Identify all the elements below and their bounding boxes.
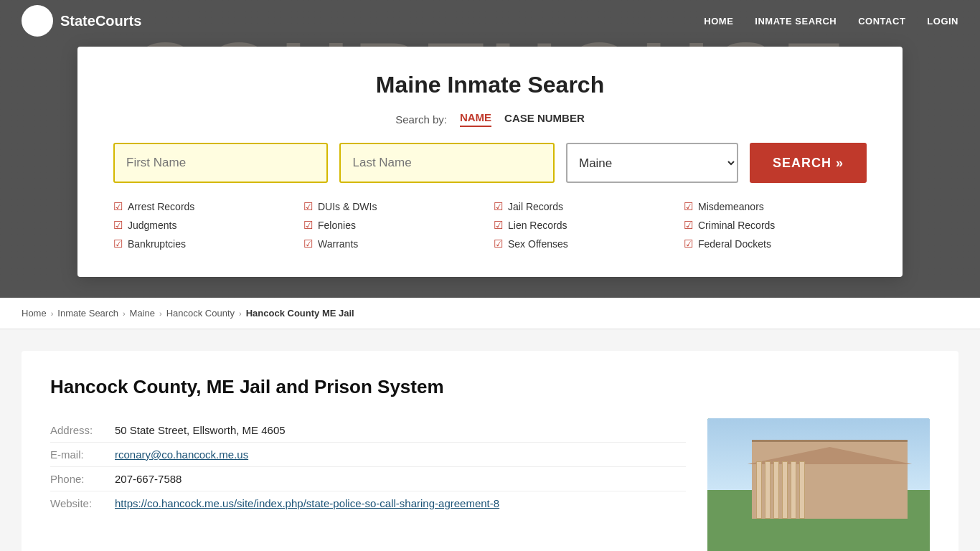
state-select[interactable]: Maine Alabama Alaska Arizona Arkansas Ca…: [566, 143, 738, 183]
first-name-input[interactable]: [113, 143, 328, 183]
breadcrumb-separator: ›: [239, 309, 242, 318]
check-icon: ☑: [684, 200, 693, 213]
modal-title: Maine Inmate Search: [113, 72, 867, 98]
tab-name[interactable]: NAME: [460, 111, 491, 127]
breadcrumb-separator: ›: [51, 309, 54, 318]
check-icon: ☑: [303, 219, 313, 232]
feature-label: Bankruptcies: [128, 238, 186, 250]
feature-item: ☑Sex Offenses: [494, 236, 677, 252]
check-icon: ☑: [113, 200, 123, 213]
content-area: Hancock County, ME Jail and Prison Syste…: [0, 329, 980, 551]
breadcrumb-current: Hancock County ME Jail: [246, 308, 354, 319]
jail-column: [756, 461, 762, 519]
info-label: E-mail:: [50, 443, 115, 467]
feature-item: ☑Lien Records: [494, 217, 677, 233]
breadcrumb-link[interactable]: Maine: [130, 308, 155, 319]
search-button[interactable]: SEARCH »: [750, 143, 867, 183]
info-value: https://co.hancock.me.us/site/index.php/…: [115, 491, 686, 516]
jail-column: [782, 461, 788, 519]
feature-item: ☑Arrest Records: [113, 199, 296, 215]
navbar: 🏛 StateCourts HOME INMATE SEARCH CONTACT…: [0, 0, 980, 42]
content-right: [707, 418, 930, 551]
feature-label: Misdemeanors: [698, 201, 764, 212]
search-inputs-row: Maine Alabama Alaska Arizona Arkansas Ca…: [113, 143, 867, 183]
search-by-label: Search by:: [395, 113, 447, 126]
info-value: rconary@co.hancock.me.us: [115, 443, 686, 467]
feature-item: ☑Felonies: [303, 217, 486, 233]
nav-inmate-search[interactable]: INMATE SEARCH: [755, 16, 837, 27]
breadcrumb-separator: ›: [159, 309, 162, 318]
info-row: Phone:207-667-7588: [50, 467, 686, 491]
feature-label: Felonies: [318, 220, 356, 231]
check-icon: ☑: [494, 219, 503, 232]
search-by-row: Search by: NAME CASE NUMBER: [113, 111, 867, 127]
check-icon: ☑: [494, 237, 503, 250]
breadcrumb: Home›Inmate Search›Maine›Hancock County›…: [0, 298, 980, 329]
check-icon: ☑: [494, 200, 503, 213]
feature-label: DUIs & DWIs: [318, 201, 377, 212]
check-icon: ☑: [303, 237, 313, 250]
breadcrumb-separator: ›: [123, 309, 126, 318]
nav-contact[interactable]: CONTACT: [858, 16, 905, 27]
jail-column: [799, 461, 805, 519]
search-modal: Maine Inmate Search Search by: NAME CASE…: [77, 47, 903, 277]
content-card: Hancock County, ME Jail and Prison Syste…: [22, 351, 958, 551]
info-link[interactable]: https://co.hancock.me.us/site/index.php/…: [115, 497, 499, 509]
feature-label: Warrants: [318, 238, 358, 250]
nav-home[interactable]: HOME: [704, 16, 733, 27]
feature-item: ☑Federal Dockets: [684, 236, 867, 252]
feature-item: ☑Jail Records: [494, 199, 677, 215]
info-row: Address:50 State Street, Ellsworth, ME 4…: [50, 418, 686, 443]
breadcrumb-link[interactable]: Home: [22, 308, 47, 319]
feature-label: Lien Records: [508, 220, 567, 231]
last-name-input[interactable]: [339, 143, 554, 183]
feature-label: Criminal Records: [698, 220, 775, 231]
feature-item: ☑DUIs & DWIs: [303, 199, 486, 215]
feature-label: Federal Dockets: [698, 238, 771, 250]
jail-image: [707, 418, 930, 551]
info-value: 207-667-7588: [115, 467, 686, 491]
breadcrumb-link[interactable]: Hancock County: [166, 308, 235, 319]
info-label: Website:: [50, 491, 115, 516]
feature-label: Jail Records: [508, 201, 563, 212]
breadcrumb-link[interactable]: Inmate Search: [57, 308, 118, 319]
feature-item: ☑Misdemeanors: [684, 199, 867, 215]
check-icon: ☑: [684, 219, 693, 232]
nav-login[interactable]: LOGIN: [927, 16, 958, 27]
content-title: Hancock County, ME Jail and Prison Syste…: [50, 376, 930, 398]
feature-item: ☑Bankruptcies: [113, 236, 296, 252]
info-value: 50 State Street, Ellsworth, ME 4605: [115, 418, 686, 443]
content-left: Address:50 State Street, Ellsworth, ME 4…: [50, 418, 686, 551]
feature-label: Arrest Records: [128, 201, 194, 212]
hero-section: COURTHOUSE 🏛 StateCourts HOME INMATE SEA…: [0, 0, 980, 298]
check-icon: ☑: [303, 200, 313, 213]
check-icon: ☑: [113, 237, 123, 250]
jail-column: [791, 461, 796, 519]
feature-label: Sex Offenses: [508, 238, 568, 250]
feature-item: ☑Judgments: [113, 217, 296, 233]
jail-columns: [756, 461, 903, 519]
check-icon: ☑: [684, 237, 693, 250]
info-label: Phone:: [50, 467, 115, 491]
info-table: Address:50 State Street, Ellsworth, ME 4…: [50, 418, 686, 515]
info-link[interactable]: rconary@co.hancock.me.us: [115, 448, 248, 461]
info-row: Website:https://co.hancock.me.us/site/in…: [50, 491, 686, 516]
content-inner: Address:50 State Street, Ellsworth, ME 4…: [50, 418, 930, 551]
tab-case-number[interactable]: CASE NUMBER: [504, 112, 585, 126]
info-label: Address:: [50, 418, 115, 443]
check-icon: ☑: [113, 219, 123, 232]
site-logo[interactable]: 🏛 StateCourts: [22, 5, 141, 37]
jail-column: [765, 461, 771, 519]
jail-column: [773, 461, 779, 519]
feature-label: Judgments: [128, 220, 176, 231]
feature-item: ☑Warrants: [303, 236, 486, 252]
info-row: E-mail:rconary@co.hancock.me.us: [50, 443, 686, 467]
logo-text: StateCourts: [60, 13, 141, 29]
nav-links: HOME INMATE SEARCH CONTACT LOGIN: [704, 14, 958, 27]
logo-icon: 🏛: [22, 5, 53, 37]
features-grid: ☑Arrest Records☑DUIs & DWIs☑Jail Records…: [113, 199, 867, 252]
feature-item: ☑Criminal Records: [684, 217, 867, 233]
